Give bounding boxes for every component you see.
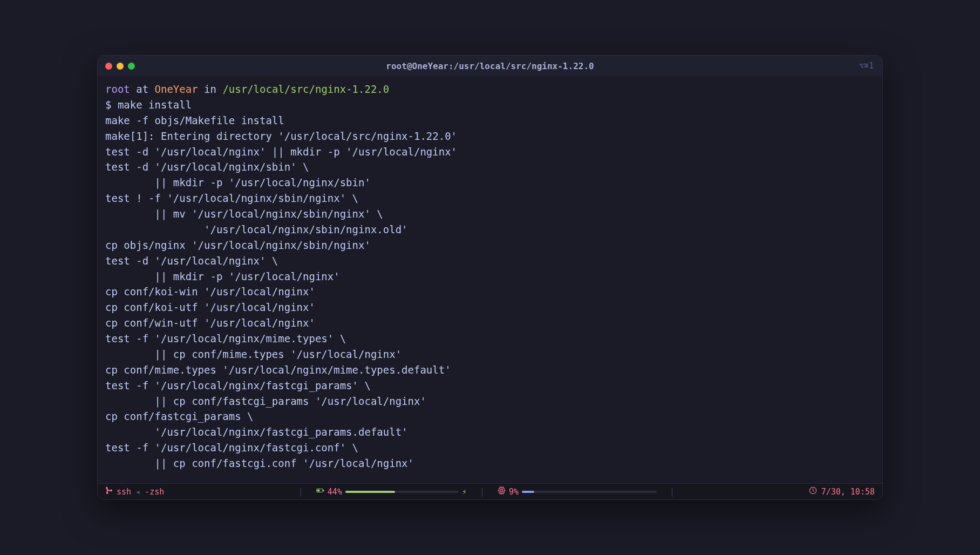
battery-icon bbox=[316, 486, 324, 497]
titlebar: root@OneYear:/usr/local/src/nginx-1.22.0… bbox=[98, 56, 882, 76]
battery-bar bbox=[345, 491, 459, 493]
traffic-lights bbox=[105, 63, 135, 70]
divider: | bbox=[480, 487, 485, 497]
clock-icon bbox=[809, 486, 817, 497]
status-process-left: ssh bbox=[117, 487, 131, 497]
status-process-right: -zsh bbox=[145, 487, 164, 497]
cpu-fill bbox=[522, 491, 534, 493]
terminal-window: root@OneYear:/usr/local/src/nginx-1.22.0… bbox=[97, 55, 883, 500]
battery-label: 44% bbox=[328, 487, 342, 497]
cpu-bar bbox=[522, 491, 657, 493]
statusbar: ssh ◂ -zsh | 44% ⚡ | 9% bbox=[98, 483, 882, 499]
status-process: ssh ◂ -zsh bbox=[105, 486, 164, 497]
close-button[interactable] bbox=[105, 63, 112, 70]
minimize-button[interactable] bbox=[117, 63, 124, 70]
prompt-host: OneYear bbox=[155, 83, 198, 95]
divider: | bbox=[670, 487, 675, 497]
prompt-user: root bbox=[105, 83, 130, 95]
battery-fill bbox=[345, 491, 395, 493]
svg-rect-1 bbox=[323, 490, 323, 491]
cpu-status: 9% bbox=[498, 486, 657, 497]
prompt-path: /usr/local/src/nginx-1.22.0 bbox=[222, 83, 389, 95]
status-separator: ◂ bbox=[135, 487, 140, 497]
svg-rect-3 bbox=[499, 488, 504, 493]
battery-status: 44% ⚡ bbox=[316, 486, 467, 497]
status-clock: 7/30, 10:58 bbox=[809, 486, 875, 497]
prompt-in: in bbox=[198, 83, 223, 95]
clock-label: 7/30, 10:58 bbox=[821, 487, 875, 497]
maximize-button[interactable] bbox=[128, 63, 135, 70]
window-shortcut: ⌥⌘1 bbox=[859, 61, 874, 71]
git-branch-icon bbox=[105, 486, 113, 497]
status-center: | 44% ⚡ | 9% | bbox=[168, 486, 804, 497]
window-title: root@OneYear:/usr/local/src/nginx-1.22.0 bbox=[106, 61, 874, 71]
prompt-command: make install bbox=[118, 99, 192, 111]
prompt-symbol: $ bbox=[105, 99, 118, 111]
svg-rect-4 bbox=[501, 490, 503, 492]
svg-rect-2 bbox=[317, 490, 319, 492]
cpu-icon bbox=[498, 486, 506, 497]
prompt-at: at bbox=[130, 83, 155, 95]
terminal-body[interactable]: root at OneYear in /usr/local/src/nginx-… bbox=[98, 76, 882, 483]
terminal-output: make -f objs/Makefile install make[1]: E… bbox=[105, 113, 875, 471]
divider: | bbox=[298, 487, 303, 497]
charging-icon: ⚡ bbox=[462, 487, 467, 497]
cpu-label: 9% bbox=[509, 487, 519, 497]
